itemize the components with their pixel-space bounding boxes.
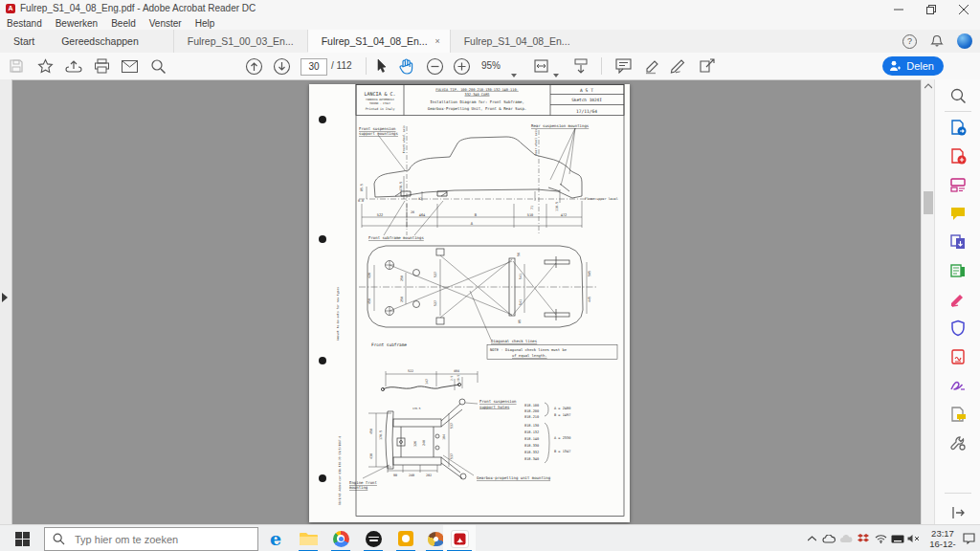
- hand-tool-icon[interactable]: [395, 56, 416, 76]
- svg-text:541: 541: [519, 274, 523, 279]
- svg-text:522: 522: [408, 369, 413, 373]
- windows-logo-icon: [15, 532, 30, 546]
- user-avatar[interactable]: [957, 33, 972, 49]
- tray-chevron-up-icon[interactable]: [804, 531, 819, 546]
- side-view: Front suspension support mountings Front…: [358, 123, 618, 240]
- scrollbar-thumb[interactable]: [924, 191, 933, 214]
- export-pdf-icon[interactable]: [949, 119, 967, 136]
- left-panel-toggle-icon[interactable]: [2, 293, 8, 302]
- margin-note-bottom: 18/1/65 Added car 818.130-33 S1/5/1067.8: [338, 436, 342, 505]
- vertical-scrollbar[interactable]: [921, 79, 935, 524]
- taskbar-explorer-icon[interactable]: [292, 525, 324, 551]
- send-track-icon[interactable]: [697, 56, 718, 76]
- more-tools-icon[interactable]: [949, 434, 967, 452]
- svg-text:147: 147: [425, 379, 429, 385]
- expand-panel-icon[interactable]: [949, 504, 967, 521]
- tray-keyboard-icon[interactable]: [890, 531, 905, 546]
- svg-text:20.5: 20.5: [457, 375, 460, 382]
- save-icon[interactable]: [6, 56, 27, 76]
- send-for-comments-icon[interactable]: [949, 406, 967, 423]
- svg-text:Front subframe mountings: Front subframe mountings: [368, 235, 424, 240]
- create-pdf-icon[interactable]: [949, 147, 967, 165]
- svg-text:445: 445: [588, 297, 591, 302]
- taskbar-search[interactable]: [44, 527, 258, 551]
- menu-venster[interactable]: Venster: [143, 18, 189, 29]
- svg-text:505: 505: [588, 271, 591, 276]
- window-titlebar: A Fulrep_S1_04_08_Eng.pdf - Adobe Acroba…: [0, 0, 980, 16]
- highlight-icon[interactable]: [641, 56, 662, 76]
- fill-sign-icon[interactable]: [668, 56, 689, 76]
- svg-text:176.5: 176.5: [412, 407, 421, 410]
- adobe-sign-icon[interactable]: [949, 377, 967, 394]
- tray-onedrive-icon[interactable]: [821, 531, 836, 546]
- taskbar-edge-icon[interactable]: e: [259, 525, 292, 551]
- find-icon[interactable]: [147, 56, 168, 76]
- notifications-bell-icon[interactable]: [930, 34, 944, 48]
- menu-beeld[interactable]: Beeld: [104, 18, 143, 29]
- zoom-dropdown-caret[interactable]: [511, 64, 517, 81]
- fill-sign-tool-icon[interactable]: [949, 291, 967, 308]
- comment-icon[interactable]: [612, 56, 634, 76]
- tab-start[interactable]: Start: [0, 30, 48, 53]
- svg-text:Rear suspension mountings: Rear suspension mountings: [531, 123, 590, 128]
- print-icon[interactable]: [91, 56, 112, 76]
- fit-width-icon[interactable]: [532, 56, 553, 76]
- edit-pdf-icon[interactable]: [949, 176, 967, 193]
- menu-bewerken[interactable]: Bewerken: [49, 18, 104, 29]
- share-delen-label: Delen: [906, 60, 934, 72]
- zoom-level-value[interactable]: 95%: [481, 58, 501, 74]
- taskbar-chrome-icon[interactable]: [324, 525, 357, 551]
- taskbar-clock[interactable]: 23:17 16-12-2019: [921, 528, 965, 551]
- search-tools-icon[interactable]: [949, 87, 967, 104]
- organize-pages-icon[interactable]: [949, 262, 967, 279]
- share-upload-icon[interactable]: [63, 56, 84, 76]
- tray-dropbox-icon[interactable]: [856, 531, 871, 546]
- tab-gereedschappen[interactable]: Gereedschappen: [48, 30, 152, 53]
- taskbar-search-input[interactable]: [73, 533, 249, 546]
- tray-wifi-icon[interactable]: [873, 531, 888, 546]
- taskbar-dark-app-icon[interactable]: [357, 525, 390, 551]
- svg-text:A S T: A S T: [580, 88, 593, 93]
- tab-doc-1[interactable]: Fulrep_S1_00_03_En...: [173, 30, 307, 53]
- page-number-input[interactable]: 30: [301, 58, 327, 76]
- previous-page-icon[interactable]: [243, 56, 264, 76]
- page-count-label: / 112: [331, 58, 352, 74]
- svg-text:Floor upper level: Floor upper level: [585, 197, 618, 201]
- fit-dropdown-caret[interactable]: [553, 64, 559, 81]
- start-button[interactable]: [0, 525, 44, 551]
- zoom-out-icon[interactable]: [424, 56, 445, 76]
- svg-text:Installation Diagram for: Fron: Installation Diagram for: Front Subframe…: [430, 99, 524, 104]
- taskbar-acrobat-icon[interactable]: [443, 525, 476, 551]
- tab-close-icon[interactable]: ×: [435, 36, 440, 46]
- taskbar-notes-app-icon[interactable]: [390, 525, 422, 551]
- select-tool-icon[interactable]: [371, 56, 392, 76]
- share-delen-button[interactable]: Delen: [882, 56, 944, 76]
- tray-volume-muted-icon[interactable]: [905, 531, 921, 546]
- combine-files-icon[interactable]: [949, 233, 967, 251]
- svg-text:2.5: 2.5: [450, 375, 454, 381]
- front-subframe-view: 522 464 147 2.5 20.5 450 430 170.5 326 2…: [349, 369, 570, 490]
- scroll-up-icon[interactable]: [924, 83, 932, 89]
- svg-text:TORINO - ITALY: TORINO - ITALY: [369, 102, 390, 105]
- svg-text:Rear wheel axis: Rear wheel axis: [534, 129, 538, 155]
- zoom-in-icon[interactable]: [451, 56, 472, 76]
- scroll-mode-icon[interactable]: [570, 56, 591, 76]
- tab-doc-2-active[interactable]: Fulrep_S1_04_08_En... ×: [307, 30, 450, 53]
- svg-text:110.5: 110.5: [555, 202, 559, 211]
- svg-text:818.340: 818.340: [524, 457, 539, 461]
- tab-doc-3[interactable]: Fulrep_S1_04_08_En...: [450, 30, 584, 53]
- action-center-icon[interactable]: [961, 531, 976, 546]
- svg-text:510: 510: [527, 213, 534, 217]
- email-icon[interactable]: [119, 56, 140, 76]
- compress-pdf-icon[interactable]: [949, 348, 967, 365]
- comment-tool-icon[interactable]: [949, 205, 967, 222]
- menu-bestand[interactable]: Bestand: [0, 18, 49, 29]
- menu-help[interactable]: Help: [189, 18, 222, 29]
- drawing-frame: [356, 85, 624, 517]
- tray-cloud-icon[interactable]: [838, 531, 854, 546]
- next-page-icon[interactable]: [271, 56, 292, 76]
- pdf-page[interactable]: LANCIA & C. FABBRICA AUTOMOBILI TORINO -…: [309, 84, 630, 522]
- protect-pdf-icon[interactable]: [949, 320, 967, 337]
- help-icon[interactable]: ?: [902, 34, 917, 49]
- star-favorite-icon[interactable]: [34, 56, 56, 76]
